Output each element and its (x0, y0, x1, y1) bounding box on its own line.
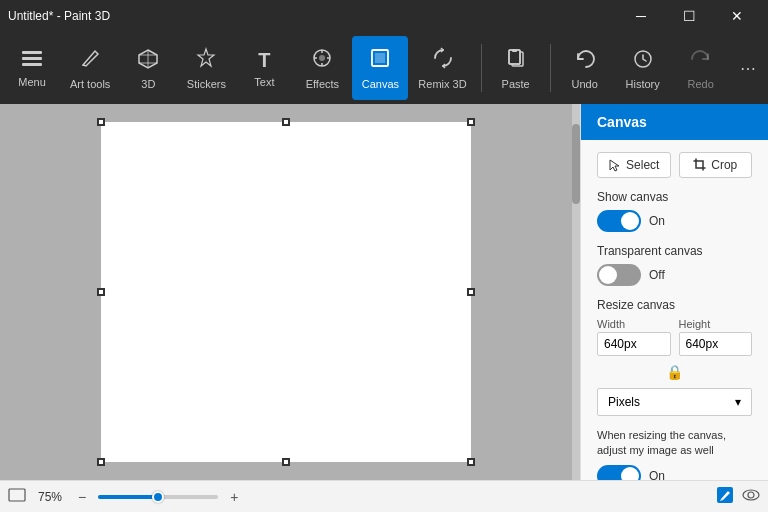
pixels-dropdown[interactable]: Pixels ▾ (597, 388, 752, 416)
handle-bot-mid[interactable] (282, 458, 290, 466)
adjust-image-section: When resizing the canvas, adjust my imag… (597, 428, 752, 480)
toolbar-item-remix3d[interactable]: Remix 3D (410, 36, 474, 100)
transparent-canvas-text: Off (649, 268, 665, 282)
width-group: Width (597, 318, 671, 356)
adjust-image-toggle-row: On (597, 465, 752, 480)
main-area: Canvas Select Crop (0, 104, 768, 480)
height-group: Height (679, 318, 753, 356)
pixels-label: Pixels (608, 395, 640, 409)
height-input[interactable] (679, 332, 753, 356)
resize-canvas-label: Resize canvas (597, 298, 752, 312)
lock-icon[interactable]: 🔒 (666, 364, 683, 380)
zoom-minus-button[interactable]: − (74, 489, 90, 505)
scroll-thumb[interactable] (572, 124, 580, 204)
width-label: Width (597, 318, 671, 330)
toolbar-item-stickers[interactable]: Stickers (178, 36, 234, 100)
svg-point-15 (748, 492, 754, 498)
view-icon[interactable] (742, 486, 760, 508)
adjust-image-thumb (621, 467, 639, 480)
zoom-plus-button[interactable]: + (226, 489, 242, 505)
restore-button[interactable]: ☐ (666, 0, 712, 32)
pencil-icon[interactable] (716, 486, 734, 508)
remix3d-label: Remix 3D (418, 78, 466, 90)
handle-top-left[interactable] (97, 118, 105, 126)
titlebar-controls: ─ ☐ ✕ (618, 0, 760, 32)
svg-point-4 (319, 55, 325, 61)
art-tools-icon (79, 47, 101, 74)
handle-top-mid[interactable] (282, 118, 290, 126)
stickers-label: Stickers (187, 78, 226, 90)
paste-label: Paste (502, 78, 530, 90)
width-input[interactable] (597, 332, 671, 356)
svg-rect-1 (22, 57, 42, 60)
toolbar-item-paste[interactable]: Paste (488, 36, 544, 100)
3d-label: 3D (141, 78, 155, 90)
adjust-image-toggle[interactable] (597, 465, 641, 480)
panel-content: Select Crop Show canvas On (581, 140, 768, 480)
zoom-percent: 75% (34, 490, 66, 504)
canvas-scrollbar[interactable] (572, 104, 580, 480)
close-button[interactable]: ✕ (714, 0, 760, 32)
transparent-canvas-section: Transparent canvas Off (597, 244, 752, 286)
menu-icon (21, 49, 43, 72)
paste-icon (505, 47, 527, 74)
handle-top-right[interactable] (467, 118, 475, 126)
transparent-canvas-thumb (599, 266, 617, 284)
canvas-wrapper (20, 124, 552, 460)
transparent-canvas-label: Transparent canvas (597, 244, 752, 258)
stickers-icon (195, 47, 217, 74)
select-icon (608, 158, 622, 172)
status-right (716, 486, 760, 508)
text-label: Text (254, 76, 274, 88)
transparent-canvas-toggle[interactable] (597, 264, 641, 286)
toolbar-item-canvas[interactable]: Canvas (352, 36, 408, 100)
adjust-image-text: On (649, 469, 665, 480)
side-panel: Canvas Select Crop (580, 104, 768, 480)
panel-tools-row: Select Crop (597, 152, 752, 178)
canvas-area (0, 104, 572, 480)
effects-label: Effects (306, 78, 339, 90)
minimize-button[interactable]: ─ (618, 0, 664, 32)
svg-rect-12 (9, 489, 25, 501)
show-canvas-toggle[interactable] (597, 210, 641, 232)
show-canvas-toggle-row: On (597, 210, 752, 232)
handle-mid-right[interactable] (467, 288, 475, 296)
toolbar-item-effects[interactable]: Effects (294, 36, 350, 100)
svg-rect-0 (22, 51, 42, 54)
select-button[interactable]: Select (597, 152, 671, 178)
resize-inputs-row: Width Height (597, 318, 752, 356)
toolbar-item-art-tools[interactable]: Art tools (62, 36, 118, 100)
show-canvas-section: Show canvas On (597, 190, 752, 232)
zoom-slider[interactable] (98, 495, 218, 499)
canvas-size-icon (8, 488, 26, 505)
toolbar-item-redo[interactable]: Redo (673, 36, 729, 100)
handle-bot-right[interactable] (467, 458, 475, 466)
undo-icon (574, 47, 596, 74)
title: Untitled* - Paint 3D (8, 9, 110, 23)
show-canvas-label: Show canvas (597, 190, 752, 204)
toolbar-item-undo[interactable]: Undo (557, 36, 613, 100)
resize-canvas-section: Resize canvas Width Height 🔒 Pi (597, 298, 752, 416)
undo-label: Undo (572, 78, 598, 90)
statusbar: 75% − + (0, 480, 768, 512)
show-canvas-text: On (649, 214, 665, 228)
handle-mid-left[interactable] (97, 288, 105, 296)
redo-icon (690, 47, 712, 74)
toolbar-item-menu[interactable]: Menu (4, 36, 60, 100)
svg-rect-2 (22, 63, 42, 66)
3d-icon (137, 47, 159, 74)
select-label: Select (626, 158, 659, 172)
redo-label: Redo (688, 78, 714, 90)
toolbar-item-text[interactable]: T Text (236, 36, 292, 100)
toolbar-item-3d[interactable]: 3D (120, 36, 176, 100)
handle-bot-left[interactable] (97, 458, 105, 466)
history-icon (632, 47, 654, 74)
history-label: History (626, 78, 660, 90)
toolbar-more-button[interactable]: ⋯ (732, 51, 764, 86)
crop-button[interactable]: Crop (679, 152, 753, 178)
panel-title: Canvas (581, 104, 768, 140)
svg-rect-6 (375, 53, 385, 63)
zoom-slider-thumb (152, 491, 164, 503)
transparent-canvas-toggle-row: Off (597, 264, 752, 286)
toolbar-item-history[interactable]: History (615, 36, 671, 100)
